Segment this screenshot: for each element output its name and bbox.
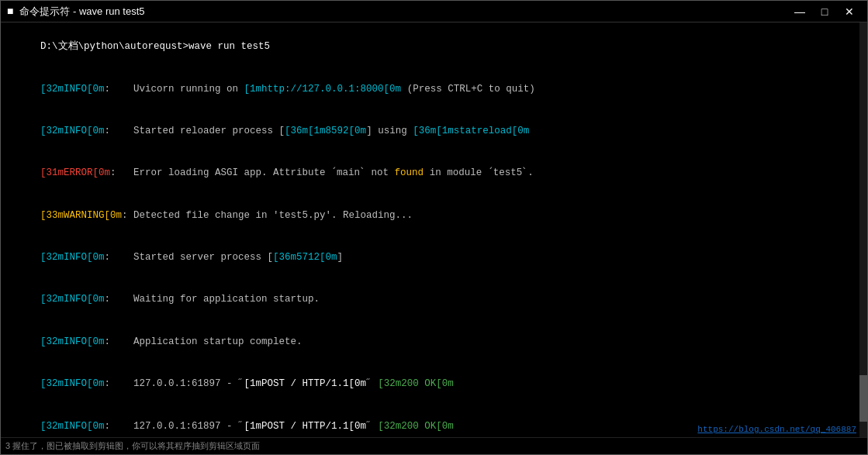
- title-bar: ■ 命令提示符 - wave run test5 — □ ✕: [1, 1, 867, 22]
- console-output[interactable]: D:\文档\python\autorequst>wave run test5 […: [1, 22, 867, 437]
- maximize-button[interactable]: □: [813, 3, 836, 20]
- terminal-icon: ■: [7, 5, 13, 18]
- log-line-3: [31mERROR[0m: Error loading ASGI app. At…: [5, 152, 863, 194]
- scrollbar[interactable]: [859, 22, 867, 437]
- prompt-line: D:\文档\python\autorequst>wave run test5: [5, 26, 863, 67]
- title-bar-left: ■ 命令提示符 - wave run test5: [7, 5, 145, 19]
- log-line-5: [32mINFO[0m: Started server process [[36…: [5, 236, 863, 278]
- log-line-1: [32mINFO[0m: Uvicorn running on [1mhttp:…: [5, 67, 863, 109]
- scrollbar-thumb[interactable]: [859, 375, 867, 422]
- log-line-8: [32mINFO[0m: 127.0.0.1:61897 - ˝[1mPOST …: [5, 363, 863, 405]
- log-line-6: [32mINFO[0m: Waiting for application sta…: [5, 278, 863, 320]
- prompt-text: D:\文档\python\autorequst>wave run test5: [40, 41, 270, 52]
- status-bar: 3 握住了，图已被抽取到剪辑图，你可以将其程序抽到剪辑区域页面: [1, 437, 867, 454]
- minimize-button[interactable]: —: [788, 3, 811, 20]
- log-line-4: [33mWARNING[0m: Detected file change in …: [5, 195, 863, 236]
- log-line-2: [32mINFO[0m: Started reloader process [[…: [5, 110, 863, 152]
- log-line-7: [32mINFO[0m: Application startup complet…: [5, 321, 863, 363]
- watermark-text: https://blog.csdn.net/qq_406887: [697, 425, 856, 434]
- watermark-link: https://blog.csdn.net/qq_406887: [697, 425, 856, 434]
- terminal-window: ■ 命令提示符 - wave run test5 — □ ✕ D:\文档\pyt…: [0, 0, 868, 455]
- window-title: 命令提示符 - wave run test5: [19, 5, 144, 19]
- status-text: 3 握住了，图已被抽取到剪辑图，你可以将其程序抽到剪辑区域页面: [5, 440, 260, 452]
- window-controls: — □ ✕: [788, 3, 861, 20]
- close-button[interactable]: ✕: [838, 3, 861, 20]
